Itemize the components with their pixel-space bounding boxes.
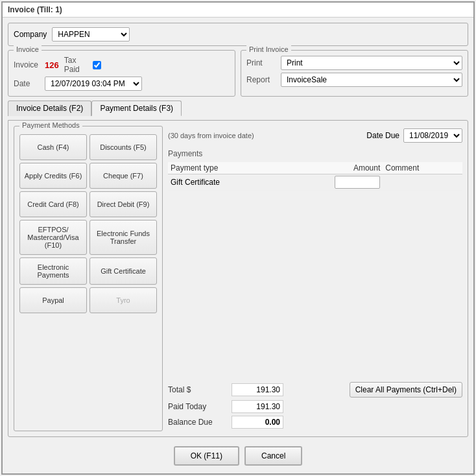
- tabs-container: Invoice Details (F2) Payment Details (F3…: [8, 101, 468, 116]
- balance-due-row: Balance Due 0.00: [168, 416, 462, 429]
- amount-input[interactable]: [335, 176, 380, 189]
- date-due-label: Date Due: [366, 131, 399, 140]
- payments-label: Payments: [168, 149, 462, 158]
- tyro-button: Tyro: [89, 287, 157, 313]
- payment-methods-label: Payment Methods: [19, 121, 82, 129]
- eftpos-button[interactable]: EFTPOS/ Mastercard/Visa (F10): [19, 220, 87, 255]
- report-select[interactable]: InvoiceSale: [281, 73, 462, 87]
- cash-button[interactable]: Cash (F4): [19, 134, 87, 160]
- invoice-group-label: Invoice: [14, 45, 42, 53]
- invoice-number: 126: [45, 60, 59, 70]
- apply-credits-button[interactable]: Apply Credits (F6): [19, 163, 87, 189]
- tab-invoice-details[interactable]: Invoice Details (F2): [8, 101, 91, 116]
- credit-card-button[interactable]: Credit Card (F8): [19, 191, 87, 217]
- paid-today-row: Paid Today 191.30: [168, 400, 462, 413]
- payment-methods-grid: Cash (F4) Discounts (F5) Apply Credits (…: [19, 134, 157, 313]
- total-label: Total $: [168, 385, 226, 394]
- ok-button[interactable]: OK (F11): [174, 446, 239, 466]
- print-invoice-group: Print Invoice Print Print Report Invoice…: [241, 50, 468, 97]
- electronic-funds-button[interactable]: Electronic Funds Transfer: [89, 220, 157, 255]
- date-due-section: Date Due 11/08/2019: [366, 128, 462, 143]
- date-select[interactable]: 12/07/2019 03:04 PM: [45, 77, 142, 91]
- cancel-button[interactable]: Cancel: [244, 446, 302, 466]
- details-panel: (30 days from invoice date) Date Due 11/…: [168, 126, 462, 431]
- balance-due-value: 0.00: [232, 416, 283, 429]
- invoice-print-row: Invoice Invoice 126 Tax Paid Date 12/07/: [8, 50, 468, 97]
- paid-today-label: Paid Today: [168, 402, 226, 411]
- main-window: Invoice (Till: 1) Company HAPPEN Invoice…: [1, 1, 475, 475]
- col-amount: Amount: [280, 162, 383, 174]
- paid-today-value: 191.30: [232, 400, 283, 413]
- payment-methods-panel: Payment Methods Cash (F4) Discounts (F5)…: [14, 126, 163, 431]
- cheque-button[interactable]: Cheque (F7): [89, 163, 157, 189]
- tab-payment-details[interactable]: Payment Details (F3): [91, 101, 182, 116]
- print-label: Print: [246, 58, 276, 67]
- window-title: Invoice (Till: 1): [8, 5, 62, 14]
- totals-section: Total $ 191.30 Clear All Payments (Ctrl+…: [168, 377, 462, 431]
- company-section: Company HAPPEN: [8, 23, 468, 46]
- cell-comment: [383, 174, 462, 191]
- paypal-button[interactable]: Paypal: [19, 287, 87, 313]
- tax-paid-section: Tax Paid: [64, 56, 101, 74]
- company-select[interactable]: HAPPEN: [52, 27, 130, 42]
- total-value: 191.30: [232, 383, 283, 396]
- tax-paid-checkbox[interactable]: [93, 61, 101, 69]
- invoice-label: Invoice: [14, 60, 40, 69]
- col-payment-type: Payment type: [168, 162, 280, 174]
- total-row: Total $ 191.30 Clear All Payments (Ctrl+…: [168, 382, 462, 398]
- company-label: Company: [14, 30, 47, 39]
- balance-due-label: Balance Due: [168, 418, 226, 427]
- title-bar: Invoice (Till: 1): [3, 3, 473, 18]
- print-invoice-label: Print Invoice: [246, 45, 291, 53]
- date-label: Date: [14, 79, 40, 88]
- invoice-group: Invoice Invoice 126 Tax Paid Date 12/07/: [8, 50, 235, 97]
- date-due-select[interactable]: 11/08/2019: [403, 128, 462, 143]
- clear-payments-button[interactable]: Clear All Payments (Ctrl+Del): [350, 382, 462, 398]
- cell-payment-type: Gift Certificate: [168, 174, 280, 191]
- due-date-note: (30 days from invoice date): [168, 132, 254, 139]
- tax-paid-label: Tax Paid: [64, 56, 90, 74]
- report-label: Report: [246, 75, 276, 84]
- cell-amount: [280, 174, 383, 191]
- footer-buttons: OK (F11) Cancel: [8, 441, 468, 468]
- direct-debit-button[interactable]: Direct Debit (F9): [89, 191, 157, 217]
- main-panel: Payment Methods Cash (F4) Discounts (F5)…: [8, 120, 468, 437]
- gift-certificate-button[interactable]: Gift Certificate: [89, 257, 157, 285]
- table-row: Gift Certificate: [168, 174, 462, 191]
- print-select[interactable]: Print: [281, 56, 462, 70]
- payments-table: Payment type Amount Comment Gift Certifi…: [168, 162, 462, 191]
- discounts-button[interactable]: Discounts (F5): [89, 134, 157, 160]
- col-comment: Comment: [383, 162, 462, 174]
- electronic-payments-button[interactable]: Electronic Payments: [19, 257, 87, 285]
- details-header: (30 days from invoice date) Date Due 11/…: [168, 126, 462, 145]
